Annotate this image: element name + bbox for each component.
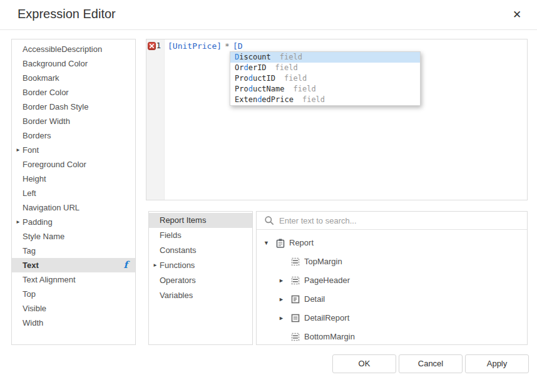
- code-field-ref: [UnitPrice]: [168, 41, 222, 51]
- tree-node-report[interactable]: ▼ Report: [257, 234, 527, 252]
- category-report-items[interactable]: Report Items: [149, 213, 252, 228]
- autocomplete-item-orderid[interactable]: OrderIDfield: [230, 63, 420, 73]
- property-item-top[interactable]: Top: [12, 287, 135, 301]
- property-item-style-name[interactable]: Style Name: [12, 229, 135, 244]
- expand-right-icon[interactable]: ►: [279, 290, 291, 309]
- expand-right-icon[interactable]: ►: [279, 309, 291, 328]
- dialog-titlebar: Expression Editor ✕: [0, 0, 537, 30]
- property-item-left[interactable]: Left: [12, 186, 135, 200]
- property-item-bookmark[interactable]: Bookmark: [12, 71, 135, 85]
- category-operators[interactable]: Operators: [149, 273, 252, 288]
- expand-right-icon[interactable]: ►: [16, 143, 21, 157]
- property-item-tag[interactable]: Tag: [12, 244, 135, 258]
- property-item-border-color[interactable]: Border Color: [12, 85, 135, 100]
- search-input[interactable]: [278, 213, 518, 228]
- property-item-accessibledescription[interactable]: AccessibleDescription: [12, 42, 135, 56]
- tree-node-bottommargin[interactable]: BottomMargin: [257, 328, 527, 346]
- report-tree: ▼ Report TopMargin ►: [257, 230, 527, 346]
- ok-button[interactable]: OK: [332, 354, 396, 373]
- autocomplete-item-productid[interactable]: ProductIDfield: [230, 73, 420, 84]
- category-functions[interactable]: ► Functions: [149, 258, 252, 273]
- category-variables[interactable]: Variables: [149, 288, 252, 303]
- property-item-border-width[interactable]: Border Width: [12, 114, 135, 128]
- property-item-font[interactable]: ► Font: [12, 143, 135, 157]
- expression-function-icon: f: [124, 258, 128, 272]
- tree-node-detail[interactable]: ► Detail: [257, 290, 527, 309]
- tree-node-pageheader[interactable]: ► PageHeader: [257, 271, 527, 290]
- property-item-height[interactable]: Height: [12, 172, 135, 186]
- expand-right-icon[interactable]: ►: [153, 258, 158, 273]
- properties-panel: AccessibleDescription Background Color B…: [11, 39, 136, 345]
- search-bar: [257, 212, 527, 230]
- apply-button[interactable]: Apply: [465, 354, 529, 373]
- category-fields[interactable]: Fields: [149, 228, 252, 243]
- report-items-tree-panel: ▼ Report TopMargin ►: [256, 211, 528, 345]
- editor-gutter: 1: [146, 39, 165, 200]
- margin-band-icon: [291, 333, 300, 341]
- property-item-width[interactable]: Width: [12, 316, 135, 330]
- search-icon: [264, 215, 274, 225]
- code-line[interactable]: [UnitPrice]*[D: [168, 41, 243, 51]
- expand-right-icon[interactable]: ►: [279, 271, 291, 290]
- margin-band-icon: [291, 257, 300, 266]
- property-item-borders[interactable]: Borders: [12, 128, 135, 143]
- autocomplete-item-productname[interactable]: ProductNamefield: [230, 84, 420, 95]
- autocomplete-item-discount[interactable]: Discountfield: [230, 52, 420, 63]
- report-icon: [276, 239, 285, 248]
- autocomplete-popup: Discountfield OrderIDfield ProductIDfiel…: [230, 51, 421, 106]
- error-icon: [148, 42, 156, 50]
- detail-report-icon: [291, 314, 300, 322]
- line-number: 1: [156, 41, 161, 50]
- property-item-visible[interactable]: Visible: [12, 301, 135, 316]
- autocomplete-item-extendedprice[interactable]: ExtendedPricefield: [230, 95, 420, 105]
- collapse-down-icon[interactable]: ▼: [263, 234, 276, 252]
- categories-panel: Report Items Fields Constants ► Function…: [148, 211, 253, 345]
- code-typed-text: [D: [233, 41, 243, 51]
- page-title: Expression Editor: [18, 7, 116, 21]
- expand-right-icon[interactable]: ►: [16, 215, 21, 229]
- tree-node-detailreport[interactable]: ► DetailReport: [257, 309, 527, 328]
- cancel-button[interactable]: Cancel: [399, 354, 463, 373]
- property-item-text-alignment[interactable]: Text Alignment: [12, 272, 135, 287]
- close-icon[interactable]: ✕: [509, 8, 524, 23]
- property-item-foreground-color[interactable]: Foreground Color: [12, 157, 135, 172]
- code-operator: *: [225, 41, 230, 51]
- property-item-background-color[interactable]: Background Color: [12, 56, 135, 71]
- property-item-text[interactable]: Text f: [12, 258, 135, 272]
- detail-band-icon: [291, 295, 300, 304]
- property-item-padding[interactable]: ► Padding: [12, 215, 135, 229]
- margin-band-icon: [291, 276, 300, 285]
- category-constants[interactable]: Constants: [149, 243, 252, 258]
- tree-node-topmargin[interactable]: TopMargin: [257, 252, 527, 271]
- property-item-navigation-url[interactable]: Navigation URL: [12, 200, 135, 215]
- property-item-border-dash-style[interactable]: Border Dash Style: [12, 100, 135, 114]
